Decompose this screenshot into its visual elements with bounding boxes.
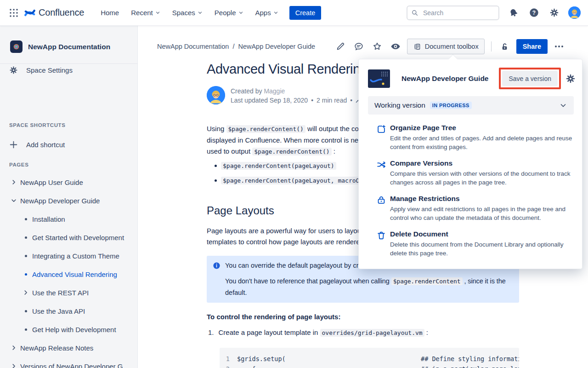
toolbox-menu-item-manage-restrictions[interactable]: Manage RestrictionsApply view and edit r… xyxy=(376,195,577,222)
bullet-marker xyxy=(21,328,30,331)
unlock-icon[interactable] xyxy=(498,40,512,53)
sidebar-page-item[interactable]: Advanced Visual Rendering xyxy=(0,265,137,283)
sidebar-page-label: Get Help with Development xyxy=(32,326,116,334)
page-title: Advanced Visual Rendering xyxy=(207,62,368,77)
nav-item-recent[interactable]: Recent xyxy=(126,6,165,19)
sidebar-page-item[interactable]: NewApp User Guide xyxy=(0,173,137,191)
bullet-marker xyxy=(21,310,30,312)
toolbox-settings-gear-icon[interactable] xyxy=(565,74,576,84)
bullet-item: $page.renderContent(pageLayout) xyxy=(207,158,376,173)
sidebar-item-space-settings[interactable]: Space Settings xyxy=(0,63,137,77)
create-button[interactable]: Create xyxy=(289,6,322,20)
menu-item-description: Apply view and edit restrictions to all … xyxy=(390,205,579,222)
comment-icon[interactable] xyxy=(352,40,366,53)
sidebar-page-item[interactable]: Versions of NewApp Developer G... xyxy=(0,357,137,368)
chevron-right-icon[interactable] xyxy=(9,345,18,351)
bullet-marker xyxy=(215,165,217,167)
toolbox-menu-item-compare-versions[interactable]: Compare VersionsCompare this version wit… xyxy=(376,159,577,187)
text-run: : xyxy=(424,328,428,336)
svg-text:?: ? xyxy=(532,10,535,16)
search-box[interactable] xyxy=(407,6,499,20)
bullet-marker xyxy=(21,218,30,220)
space-settings-gear-icon xyxy=(9,66,18,75)
sidebar-page-item[interactable]: NewApp Release Notes xyxy=(0,339,137,357)
pages-header: PAGES xyxy=(9,162,28,167)
sidebar-page-item[interactable]: Installation xyxy=(0,210,137,228)
share-button[interactable]: Share xyxy=(516,39,548,54)
chevron-down-icon xyxy=(198,10,203,15)
top-navigation: Confluence HomeRecentSpacesPeopleApps Cr… xyxy=(0,0,588,26)
toolbox-menu-item-delete-document[interactable]: Delete DocumentDelete this document from… xyxy=(376,230,577,258)
nav-item-spaces[interactable]: Spaces xyxy=(168,6,207,19)
add-shortcut-button[interactable]: Add shortcut xyxy=(0,137,137,152)
document-toolbox-label: Document toolbox xyxy=(425,43,479,50)
space-header[interactable]: NewApp Documentation xyxy=(10,40,110,53)
chevron-down-icon xyxy=(238,10,243,15)
chevron-right-icon[interactable] xyxy=(9,363,18,368)
document-thumbnail xyxy=(368,69,390,88)
sidebar-page-label: Versions of NewApp Developer G... xyxy=(20,362,129,368)
brand-name: Confluence xyxy=(39,7,84,18)
paragraph-line: templates to control how page layouts ar… xyxy=(207,236,364,247)
search-icon xyxy=(411,9,418,17)
save-a-version-button[interactable]: Save a version xyxy=(502,71,558,86)
nav-item-people[interactable]: People xyxy=(210,6,248,19)
notification-bell-icon[interactable] xyxy=(508,7,520,19)
paragraph-line: Using $page.renderContent() will output … xyxy=(207,123,368,135)
sidebar-page-label: NewApp Developer Guide xyxy=(20,197,100,205)
step-number: 1. xyxy=(208,328,214,336)
line-number: 2 xyxy=(220,364,230,368)
inline-code: $page.renderContent xyxy=(391,277,463,285)
organize-page-tree-icon xyxy=(376,124,386,151)
sidebar-page-item[interactable]: Use the REST API xyxy=(0,283,137,302)
search-input[interactable] xyxy=(422,9,491,17)
document-toolbox-popup: NewApp Developer Guide Save a version Wo… xyxy=(358,59,582,269)
working-version-selector[interactable]: Working version IN PROGRESS xyxy=(368,96,574,115)
info-line-3: default. xyxy=(225,287,515,298)
chevron-right-icon[interactable] xyxy=(9,179,18,185)
sidebar-page-item[interactable]: Integrating a Custom Theme xyxy=(0,247,137,265)
manage-restrictions-icon xyxy=(376,195,386,222)
toolbox-menu-item-organize-page-tree[interactable]: Organize Page TreeEdit the order and tit… xyxy=(376,124,577,151)
settings-gear-icon[interactable] xyxy=(548,7,560,19)
sidebar-page-item[interactable]: NewApp Developer Guide xyxy=(0,191,137,210)
space-sidebar: NewApp Documentation Space Settings SPAC… xyxy=(0,26,138,368)
bold-instruction: To control the rendering of page layouts… xyxy=(207,313,340,321)
breadcrumb-space-link[interactable]: NewApp Documentation xyxy=(157,43,229,50)
sidebar-page-label: NewApp Release Notes xyxy=(20,344,93,352)
sidebar-page-item[interactable]: Use the Java API xyxy=(0,302,137,320)
section-heading: Page Layouts xyxy=(207,204,274,217)
code-comment: ## Define styling information xyxy=(421,354,519,364)
more-actions-icon[interactable] xyxy=(552,40,566,53)
paragraph-line: used to output $page.renderContent() : xyxy=(207,146,368,157)
menu-item-title: Delete Document xyxy=(390,230,579,238)
chevron-right-icon[interactable] xyxy=(21,289,30,296)
sidebar-page-item[interactable]: Get Help with Development xyxy=(0,320,137,339)
help-icon[interactable]: ? xyxy=(528,7,540,19)
favourite-star-icon[interactable] xyxy=(370,40,384,53)
breadcrumb-page-link[interactable]: NewApp Developer Guide xyxy=(238,43,315,50)
compare-versions-icon xyxy=(376,159,386,187)
text-run: , since it is the xyxy=(463,277,506,285)
menu-item-title: Organize Page Tree xyxy=(390,124,579,132)
confluence-logo[interactable]: Confluence xyxy=(24,7,84,19)
text-run: Create a page layout template in xyxy=(219,328,320,336)
popup-doc-title: NewApp Developer Guide xyxy=(401,75,488,83)
text-run: displayed in Confluence. When more contr… xyxy=(207,136,366,144)
app-switcher-icon[interactable] xyxy=(7,6,20,19)
chevron-down-icon[interactable] xyxy=(9,197,18,204)
author-avatar[interactable] xyxy=(207,86,225,104)
edit-pencil-icon[interactable] xyxy=(334,40,347,53)
inline-code: $page.renderContent(pageLayout, macroOve… xyxy=(221,177,376,184)
document-toolbox-button[interactable]: Document toolbox xyxy=(407,39,485,54)
text-run: : xyxy=(332,147,335,155)
sidebar-page-item[interactable]: Get Started with Development xyxy=(0,228,137,247)
paragraph-line: displayed in Confluence. When more contr… xyxy=(207,135,368,146)
watch-eye-icon[interactable] xyxy=(389,40,402,53)
nav-item-home[interactable]: Home xyxy=(96,6,124,19)
nav-item-apps[interactable]: Apps xyxy=(251,6,283,19)
bullet-marker xyxy=(21,255,30,257)
sidebar-page-label: Get Started with Development xyxy=(32,234,124,242)
nav-item-label: Recent xyxy=(131,9,153,17)
user-avatar[interactable] xyxy=(568,6,581,19)
